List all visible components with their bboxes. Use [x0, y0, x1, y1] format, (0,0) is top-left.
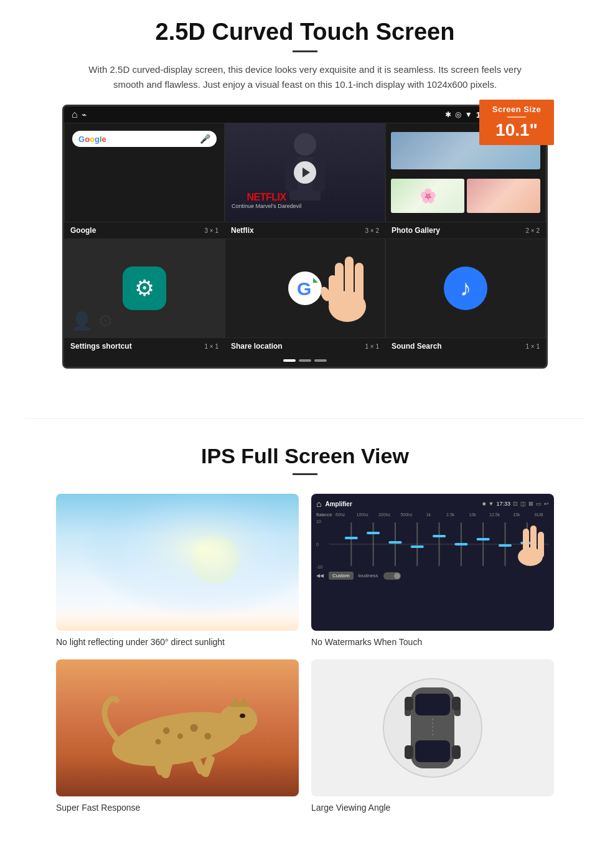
section-divider [25, 418, 585, 419]
amp-title: Amplifier [325, 501, 352, 507]
eq-label-balance: Balance [316, 512, 329, 517]
amp-prev-icon: ◀◀ [316, 573, 324, 578]
play-button[interactable] [294, 161, 316, 184]
flower-icon: 🌸 [420, 188, 436, 204]
section2-underline [293, 473, 317, 475]
location-icon: ◎ [455, 110, 461, 119]
eq-y-0: 0 [316, 542, 328, 547]
feature-car: Large Viewing Angle [311, 659, 554, 813]
amp-bg: ⌂ Amplifier ■ ▼ 17:33 ⊡ ◫ ⊠ ▭ ↩ [311, 494, 554, 631]
google-search-bar[interactable]: G o o g l e 🎤 [72, 131, 217, 147]
sound-search-cell[interactable]: ♪ [385, 238, 546, 338]
feature-cheetah: Super Fast Response [56, 659, 299, 813]
settings-icon-bg: ⚙ [123, 267, 166, 310]
google-app-cell[interactable]: G o o g l e 🎤 [64, 123, 225, 222]
amplifier-caption: No Watermarks When Touch [311, 637, 554, 647]
svg-rect-36 [538, 532, 544, 558]
settings-gear-icon: ⚙ [134, 275, 154, 301]
svg-marker-40 [238, 697, 250, 707]
netflix-logo-area: NETFLIX Continue Marvel's Daredevil [232, 192, 301, 209]
photo-gallery-label: Photo Gallery 2 × 2 [385, 226, 546, 235]
loudness-toggle[interactable] [383, 572, 401, 580]
amp-custom-btn[interactable]: Custom [329, 572, 354, 580]
bluetooth-icon: ✱ [445, 110, 451, 119]
feature-amplifier: ⌂ Amplifier ■ ▼ 17:33 ⊡ ◫ ⊠ ▭ ↩ [311, 494, 554, 647]
eq-sub: SUB [528, 512, 549, 517]
svg-rect-11 [329, 275, 337, 306]
svg-rect-56 [405, 697, 413, 710]
badge-size: 10.1" [486, 120, 548, 140]
netflix-app-cell[interactable]: NETFLIX Continue Marvel's Daredevil [225, 123, 385, 222]
screen-size-badge: Screen Size 10.1" [479, 100, 554, 145]
svg-rect-59 [452, 745, 461, 759]
netflix-logo: NETFLIX [232, 192, 301, 203]
photo-thumb-2: 🌸 [391, 179, 464, 213]
app-grid-row1: G o o g l e 🎤 [64, 123, 546, 222]
svg-rect-24 [433, 535, 446, 537]
eq-200hz: 200hz [374, 512, 395, 517]
eq-100hz: 100hz [352, 512, 372, 517]
page-dot-3[interactable] [314, 359, 327, 362]
google-logo: G [78, 134, 85, 144]
page-dot-2[interactable] [299, 359, 311, 362]
amp-min-icon: ▭ [536, 501, 542, 507]
eq-freq-labels: Balance 60hz 100hz 200hz 500hz 1k 2.5k 1… [316, 512, 549, 517]
car-bg [311, 659, 554, 796]
svg-rect-18 [367, 532, 380, 534]
svg-point-50 [240, 714, 245, 718]
amp-cam-icon: ⊡ [513, 501, 518, 507]
device-container: Screen Size 10.1" ⌂ ⌁ ✱ ◎ ▼ 15:06 ⊡ 🔊 ⊠ … [62, 105, 548, 369]
svg-point-38 [218, 704, 257, 735]
signal-icon: ▼ [465, 110, 472, 119]
cheetah-bg [56, 659, 299, 796]
slider-8 [499, 522, 512, 566]
car-circle [383, 678, 482, 778]
amp-icons: ■ ▼ 17:33 ⊡ ◫ ⊠ ▭ ↩ [482, 501, 549, 507]
eq-15k: 15k [506, 512, 527, 517]
sound-icon-bg: ♪ [444, 267, 487, 310]
svg-rect-34 [523, 529, 529, 560]
svg-point-44 [156, 739, 161, 745]
svg-point-45 [204, 733, 211, 740]
cheetah-caption: Super Fast Response [56, 803, 299, 813]
eq-10k: 10k [462, 512, 482, 517]
sunlight-svg [56, 494, 299, 631]
amp-close-icon: ⊠ [528, 501, 533, 507]
share-location-cell[interactable]: G [225, 238, 385, 338]
amp-hand-svg [512, 519, 549, 569]
amplifier-image: ⌂ Amplifier ■ ▼ 17:33 ⊡ ◫ ⊠ ▭ ↩ [311, 494, 554, 631]
svg-rect-10 [355, 263, 364, 306]
hand-extension-area [0, 381, 610, 400]
amp-header: ⌂ Amplifier ■ ▼ 17:33 ⊡ ◫ ⊠ ▭ ↩ [316, 499, 549, 509]
home-icon-amp: ⌂ [316, 499, 321, 509]
svg-rect-16 [345, 537, 358, 539]
shadow-person-icon: 👤 [71, 311, 93, 331]
eq-2-5k: 2.5k [440, 512, 461, 517]
amp-bottom: ◀◀ Custom loudness [316, 572, 549, 580]
svg-rect-13 [56, 494, 299, 631]
badge-underline [507, 116, 526, 118]
eq-12-5k: 12.5k [484, 512, 505, 517]
amp-icon-1: ■ [482, 501, 486, 507]
settings-label: Settings shortcut 1 × 1 [64, 342, 225, 351]
feature-sunlight: No light reflecting under 360° direct su… [56, 494, 299, 647]
home-icon[interactable]: ⌂ [72, 109, 78, 120]
amp-vol-icon: ◫ [520, 501, 526, 507]
page-dot-1[interactable] [283, 359, 296, 362]
features-grid: No light reflecting under 360° direct su… [37, 494, 573, 813]
amp-time: 17:33 [496, 501, 510, 507]
settings-app-cell[interactable]: ⚙ 👤 ⚙ [64, 238, 225, 338]
svg-rect-22 [411, 545, 424, 548]
svg-point-41 [163, 727, 170, 734]
app-grid-row2: ⚙ 👤 ⚙ G [64, 238, 546, 338]
eq-y-labels: 10 0 -10 [316, 519, 328, 569]
mic-icon[interactable]: 🎤 [200, 134, 210, 144]
sky-bg [56, 494, 299, 631]
section-curved-screen: 2.5D Curved Touch Screen With 2.5D curve… [0, 0, 610, 381]
svg-point-42 [177, 734, 183, 739]
section-ips: IPS Full Screen View [0, 438, 610, 825]
cheetah-svg [56, 659, 299, 796]
amp-wifi-icon: ▼ [489, 501, 494, 507]
eq-500hz: 500hz [396, 512, 416, 517]
svg-rect-52 [415, 694, 450, 715]
